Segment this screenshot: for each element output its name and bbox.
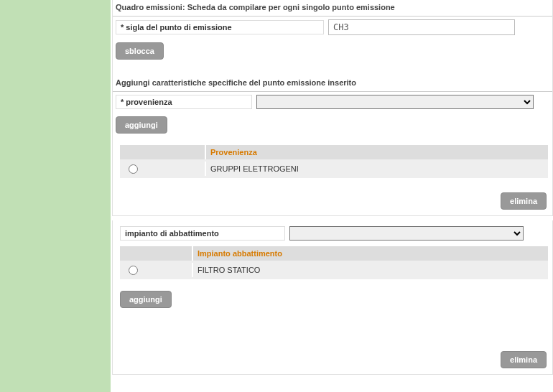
provenienza-label: * provenienza: [116, 95, 252, 109]
aggiungi-impianto-button[interactable]: aggiungi: [120, 291, 172, 308]
provenienza-table: Provenienza GRUPPI ELETTROGENI: [120, 145, 548, 178]
main-content: Quadro emissioni: Scheda da compilare pe…: [112, 0, 553, 375]
sigla-label: * sigla del punto di emissione: [116, 20, 324, 34]
provenienza-row-label: GRUPPI ELETTROGENI: [205, 162, 548, 176]
section1-title: Quadro emissioni: Scheda da compilare pe…: [113, 0, 552, 17]
impianto-table: Impianto abbattimento FILTRO STATICO: [120, 246, 548, 279]
impianto-header-label: Impianto abbattimento: [192, 246, 548, 261]
sblocca-button[interactable]: sblocca: [116, 42, 164, 60]
impianto-row-label: FILTRO STATICO: [192, 263, 548, 277]
provenienza-header-label: Provenienza: [205, 145, 548, 159]
provenienza-select[interactable]: [256, 95, 534, 109]
provenienza-radio-col: [120, 145, 205, 159]
impianto-panel: impianto di abbattimento Impianto abbatt…: [112, 220, 553, 375]
provenienza-row-radio[interactable]: [129, 164, 138, 174]
left-sidebar: [0, 0, 111, 392]
impianto-label: impianto di abbattimento: [120, 226, 285, 241]
impianto-row-radio[interactable]: [129, 266, 138, 275]
impianto-select[interactable]: [289, 226, 524, 241]
provenienza-row: * provenienza: [113, 92, 552, 112]
table-row: GRUPPI ELETTROGENI: [120, 159, 548, 178]
impianto-row: impianto di abbattimento: [113, 223, 552, 243]
sigla-input[interactable]: [328, 19, 515, 35]
table-row: FILTRO STATICO: [120, 261, 548, 279]
impianto-radio-col: [120, 246, 192, 261]
elimina-provenienza-button[interactable]: elimina: [501, 192, 547, 210]
sigla-row: * sigla del punto di emissione: [113, 17, 552, 38]
emissions-panel: Quadro emissioni: Scheda da compilare pe…: [112, 0, 553, 216]
elimina-impianto-button[interactable]: elimina: [501, 351, 547, 368]
aggiungi-provenienza-button[interactable]: aggiungi: [116, 116, 167, 134]
section2-title: Aggiungi caratteristiche specifiche del …: [113, 75, 552, 92]
